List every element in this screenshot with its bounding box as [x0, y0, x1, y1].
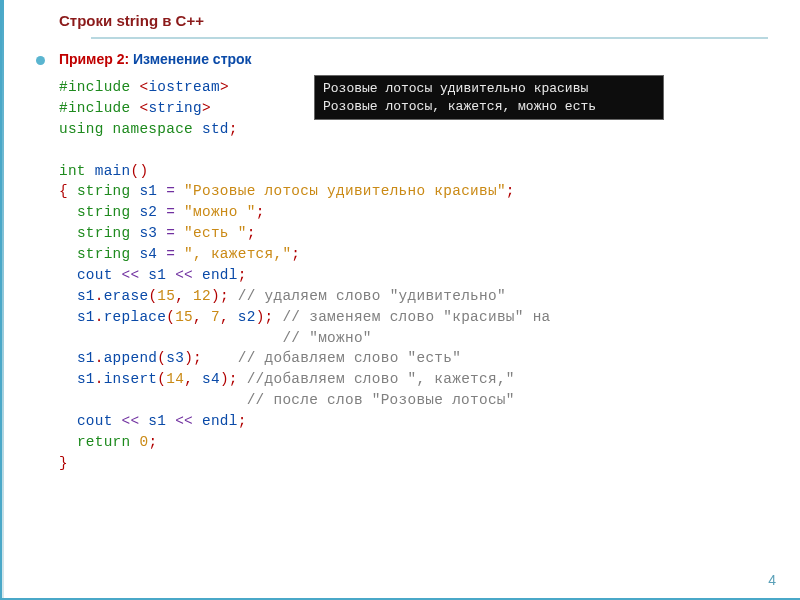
code-tok: ,	[175, 288, 193, 304]
code-tok: s1	[77, 350, 95, 366]
code-tok: ,	[193, 309, 211, 325]
code-tok	[59, 309, 77, 325]
code-tok: erase	[104, 288, 149, 304]
code-tok: // добавляем слово "есть"	[238, 350, 461, 366]
code-tok: .	[95, 371, 104, 387]
code-tok	[59, 288, 77, 304]
code-tok: cout	[77, 413, 122, 429]
slide-title: Строки string в С++	[59, 12, 800, 29]
code-tok: =	[166, 225, 175, 241]
code-tok: ;	[291, 246, 300, 262]
code-tok: #include	[59, 100, 139, 116]
code-tok: s1	[77, 371, 95, 387]
page-number: 4	[768, 572, 776, 588]
code-tok: insert	[104, 371, 158, 387]
code-tok: <<	[175, 413, 193, 429]
code-tok: ;	[229, 371, 238, 387]
code-tok: =	[166, 246, 175, 262]
code-tok: s4	[202, 371, 220, 387]
code-tok: string	[148, 100, 202, 116]
example-text: Изменение строк	[129, 51, 251, 67]
code-tok: ;	[247, 225, 256, 241]
code-tok: (	[157, 350, 166, 366]
code-tok: }	[59, 455, 68, 471]
code-tok: s4	[131, 246, 167, 262]
code-tok: std	[202, 121, 229, 137]
code-tok: string	[77, 225, 131, 241]
code-tok: >	[202, 100, 211, 116]
code-tok: =	[166, 183, 175, 199]
code-tok: // после слов "Розовые лотосы"	[59, 392, 515, 408]
code-tok: )	[211, 288, 220, 304]
code-tok	[59, 246, 77, 262]
code-tok: )	[184, 350, 193, 366]
code-tok: endl	[193, 267, 238, 283]
code-tok: ;	[238, 413, 247, 429]
code-tok	[59, 371, 77, 387]
code-tok: endl	[193, 413, 238, 429]
code-tok: 15	[157, 288, 175, 304]
code-tok: ;	[193, 350, 202, 366]
code-tok: replace	[104, 309, 167, 325]
code-tok: <<	[122, 267, 140, 283]
code-tok: ", кажется,"	[175, 246, 291, 262]
code-tok: s2	[131, 204, 167, 220]
code-tok: s1	[139, 267, 175, 283]
code-tok: )	[256, 309, 265, 325]
title-underline	[91, 37, 768, 39]
code-tok: ;	[256, 204, 265, 220]
code-tok	[59, 434, 77, 450]
example-label: Пример 2:	[59, 51, 129, 67]
code-tok: string	[77, 183, 131, 199]
code-tok: iostream	[148, 79, 220, 95]
code-tok: ;	[229, 121, 238, 137]
code-tok: "Розовые лотосы удивительно красивы"	[175, 183, 506, 199]
code-tok: (	[166, 309, 175, 325]
code-tok: ;	[220, 288, 229, 304]
code-tok: s2	[238, 309, 256, 325]
code-tok: 14	[166, 371, 184, 387]
code-tok	[59, 413, 77, 429]
code-tok	[59, 350, 77, 366]
code-tok	[202, 350, 238, 366]
code-tok: return	[77, 434, 140, 450]
code-tok: >	[220, 79, 229, 95]
code-tok: 12	[193, 288, 211, 304]
code-tok	[59, 204, 77, 220]
code-tok: string	[77, 246, 131, 262]
code-tok: // удаляем слово "удивительно"	[229, 288, 506, 304]
code-tok: .	[95, 350, 104, 366]
code-tok: ;	[238, 267, 247, 283]
code-tok: "есть "	[175, 225, 247, 241]
console-output: Розовые лотосы удивительно красивы Розов…	[314, 75, 664, 120]
code-tok: 15	[175, 309, 193, 325]
code-block: #include <iostream> #include <string> us…	[59, 77, 800, 474]
code-tok: .	[95, 288, 104, 304]
bullet-icon	[36, 56, 45, 65]
code-tok: =	[166, 204, 175, 220]
code-tok: (	[148, 288, 157, 304]
code-tok: main	[95, 163, 131, 179]
code-tok: <<	[122, 413, 140, 429]
subtitle-row: Пример 2: Изменение строк	[4, 45, 800, 73]
code-tok: <<	[175, 267, 193, 283]
code-tok: // заменяем слово "красивы" на	[274, 309, 551, 325]
code-tok: ,	[220, 309, 238, 325]
code-tok: s1	[77, 288, 95, 304]
console-line: Розовые лотосы, кажется, можно есть	[323, 99, 596, 114]
code-tok: ;	[506, 183, 515, 199]
code-tok: )	[220, 371, 229, 387]
code-tok: // "можно"	[59, 330, 372, 346]
code-tok: 7	[211, 309, 220, 325]
code-tok: .	[95, 309, 104, 325]
code-tok: #include	[59, 79, 139, 95]
code-tok: append	[104, 350, 158, 366]
code-tok: s3	[131, 225, 167, 241]
code-tok	[59, 267, 77, 283]
console-line: Розовые лотосы удивительно красивы	[323, 81, 588, 96]
code-tok: {	[59, 183, 77, 199]
code-tok: ;	[148, 434, 157, 450]
code-tok: (	[157, 371, 166, 387]
code-tok: s1	[77, 309, 95, 325]
code-tok: s1	[131, 183, 167, 199]
